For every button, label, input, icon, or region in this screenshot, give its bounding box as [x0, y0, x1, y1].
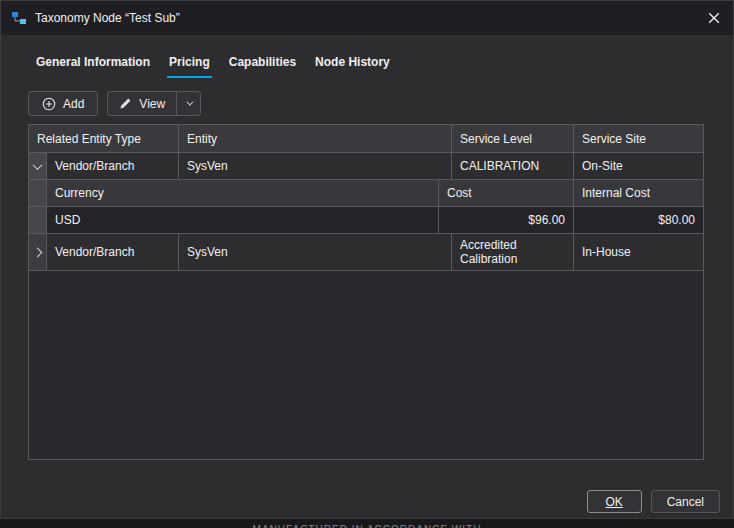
table-row[interactable]: Vendor/Branch SysVen Accredited Calibrat… [29, 234, 703, 271]
cell-service-level: Accredited Calibration [452, 234, 574, 270]
close-icon[interactable] [695, 1, 733, 35]
view-button[interactable]: View [108, 92, 176, 115]
expander-gutter [29, 207, 47, 233]
pricing-table: Related Entity Type Entity Service Level… [28, 124, 704, 460]
tab-capabilities[interactable]: Capabilities [227, 55, 298, 78]
row-expander[interactable] [29, 153, 47, 179]
ok-button-label: OK [605, 495, 622, 509]
view-split-button: View [107, 91, 201, 116]
titlebar: Taxonomy Node “Test Sub” [1, 1, 733, 35]
column-header-service-level[interactable]: Service Level [452, 125, 574, 152]
tab-pricing[interactable]: Pricing [167, 55, 212, 78]
cell-service-site: In-House [574, 234, 703, 270]
column-header-service-site[interactable]: Service Site [574, 125, 703, 152]
table-header-row: Related Entity Type Entity Service Level… [29, 125, 703, 153]
toolbar: Add View [28, 91, 733, 116]
ok-button[interactable]: OK [587, 490, 642, 513]
cell-currency: USD [47, 207, 439, 233]
tab-general-information[interactable]: General Information [34, 55, 152, 78]
cell-related-entity-type: Vendor/Branch [29, 234, 179, 270]
background-window-strip: MANUFACTURED IN ACCORDANCE WITH [0, 519, 734, 528]
subtable-row[interactable]: USD $96.00 $80.00 [29, 207, 703, 234]
view-dropdown-button[interactable] [177, 92, 200, 115]
dialog-footer: OK Cancel [587, 490, 720, 513]
background-window-text: MANUFACTURED IN ACCORDANCE WITH [253, 524, 482, 528]
pencil-icon [119, 97, 132, 110]
cell-entity: SysVen [179, 153, 452, 179]
expander-gutter [29, 180, 47, 206]
tab-bar: General Information Pricing Capabilities… [1, 35, 733, 78]
table-row[interactable]: Vendor/Branch SysVen CALIBRATION On-Site [29, 153, 703, 180]
tab-node-history[interactable]: Node History [313, 55, 392, 78]
cell-related-entity-type: Vendor/Branch [29, 153, 179, 179]
subcolumn-header-internal-cost[interactable]: Internal Cost [574, 180, 703, 206]
chevron-down-icon [33, 160, 43, 170]
cancel-button[interactable]: Cancel [651, 490, 720, 513]
subcolumn-header-currency[interactable]: Currency [47, 180, 439, 206]
subcolumn-header-cost[interactable]: Cost [439, 180, 574, 206]
add-button-label: Add [63, 97, 84, 111]
subtable-header-row: Currency Cost Internal Cost [29, 180, 703, 207]
add-button[interactable]: Add [28, 91, 98, 116]
cell-service-site: On-Site [574, 153, 703, 179]
view-button-label: View [139, 97, 165, 111]
cell-cost: $96.00 [439, 207, 574, 233]
related-entity-type-value: Vendor/Branch [47, 241, 142, 263]
circle-plus-icon [42, 97, 56, 111]
window-title: Taxonomy Node “Test Sub” [35, 11, 180, 25]
column-header-entity[interactable]: Entity [179, 125, 452, 152]
cell-entity: SysVen [179, 234, 452, 270]
related-entity-type-value: Vendor/Branch [47, 155, 142, 177]
taxonomy-tree-icon [11, 10, 27, 26]
cell-internal-cost: $80.00 [574, 207, 703, 233]
taxonomy-node-dialog: Taxonomy Node “Test Sub” General Informa… [0, 0, 734, 519]
cell-service-level: CALIBRATION [452, 153, 574, 179]
column-header-related-entity-type[interactable]: Related Entity Type [29, 125, 179, 152]
row-expander[interactable] [29, 234, 47, 270]
chevron-down-icon [187, 99, 194, 106]
chevron-right-icon [33, 247, 43, 257]
cancel-button-label: Cancel [667, 495, 704, 509]
